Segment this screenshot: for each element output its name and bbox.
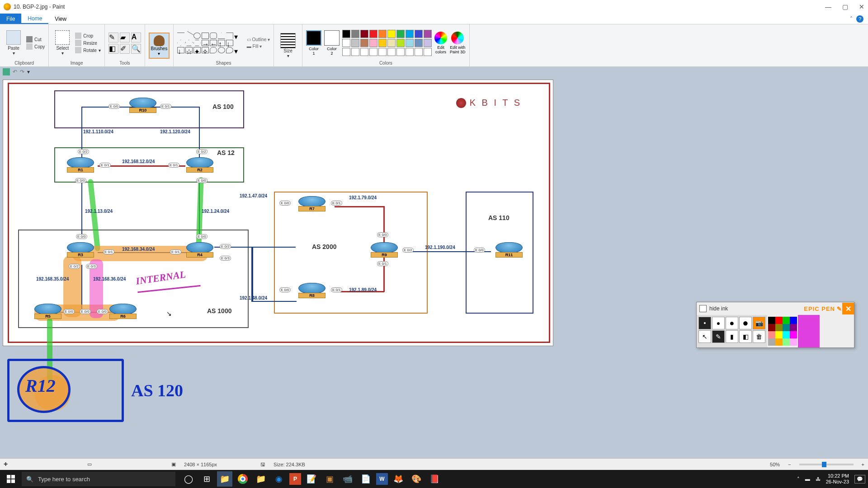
palette-custom-slot[interactable] xyxy=(387,48,396,56)
palette-color[interactable] xyxy=(406,30,414,38)
epic-current-color[interactable] xyxy=(798,315,820,347)
copy-button[interactable]: Copy xyxy=(26,43,45,50)
palette-custom-slot[interactable] xyxy=(396,48,405,56)
crop-button[interactable]: Crop xyxy=(75,33,100,39)
palette-color[interactable] xyxy=(369,39,377,47)
palette-color[interactable] xyxy=(415,30,423,38)
tray-notifications[interactable]: 💬 xyxy=(854,475,865,483)
canvas-area[interactable]: K B I T S AS 100 AS 12 AS 1000 AS 2000 A… xyxy=(0,77,868,474)
ep-screenshot[interactable]: 📷 xyxy=(753,317,765,329)
ep-pen[interactable]: ✎ xyxy=(712,330,725,343)
palette-color[interactable] xyxy=(378,30,387,38)
tab-view[interactable]: View xyxy=(48,14,73,24)
epic-color[interactable] xyxy=(783,317,790,324)
epic-color[interactable] xyxy=(775,331,783,338)
shape-fill[interactable]: ▬ Fill ▾ xyxy=(247,44,270,49)
epic-color[interactable] xyxy=(790,338,797,346)
minimize-button[interactable]: — xyxy=(825,3,831,10)
cut-button[interactable]: Cut xyxy=(26,36,45,42)
task-notepad[interactable]: 📄 xyxy=(358,471,373,487)
zoom-out[interactable]: − xyxy=(788,462,791,467)
color2-button[interactable]: Color 2 xyxy=(324,30,340,56)
epic-color[interactable] xyxy=(783,338,790,346)
start-button[interactable] xyxy=(0,470,22,488)
palette-color[interactable] xyxy=(342,39,350,47)
tool-text[interactable]: A xyxy=(131,33,141,42)
tray-network[interactable]: 🖧 xyxy=(816,476,821,482)
qat-customize[interactable]: ▾ xyxy=(27,69,30,75)
edit-colors-button[interactable]: Edit colors xyxy=(434,32,447,54)
shapes-gallery[interactable]: ▾ →←↑↓ ↓☆✦✧▾ xyxy=(177,33,241,53)
task-vm[interactable]: ▣ xyxy=(322,471,337,487)
palette-color[interactable] xyxy=(424,39,432,47)
zoom-in[interactable]: + xyxy=(862,462,864,467)
epic-color[interactable] xyxy=(768,317,775,324)
epic-color[interactable] xyxy=(768,338,775,346)
task-explorer[interactable]: 📁 xyxy=(217,471,232,487)
palette-custom-slot[interactable] xyxy=(369,48,377,56)
palette-custom-slot[interactable] xyxy=(424,48,432,56)
palette-color[interactable] xyxy=(387,39,396,47)
task-app-blue[interactable]: ◉ xyxy=(271,471,287,487)
epic-color[interactable] xyxy=(790,317,797,324)
palette-color[interactable] xyxy=(387,30,396,38)
tool-fill[interactable]: ▰ xyxy=(120,33,130,42)
task-files[interactable]: 📁 xyxy=(253,471,269,487)
paste-button[interactable]: Paste ▾ xyxy=(4,29,24,56)
palette-color[interactable] xyxy=(396,30,405,38)
epic-color[interactable] xyxy=(768,324,775,331)
palette-color[interactable] xyxy=(360,39,368,47)
rotate-button[interactable]: Rotate ▾ xyxy=(75,47,100,53)
task-powerpoint[interactable]: P xyxy=(289,473,301,485)
edit-3d-button[interactable]: Edit with Paint 3D xyxy=(450,32,466,54)
tray-battery[interactable]: ▬ xyxy=(805,476,810,482)
palette-color[interactable] xyxy=(415,39,423,47)
ep-size1[interactable]: • xyxy=(698,317,711,329)
qat-redo[interactable]: ↷ xyxy=(20,69,24,75)
task-chrome[interactable] xyxy=(235,471,250,487)
epic-hide-checkbox[interactable] xyxy=(699,305,707,312)
epic-color[interactable] xyxy=(790,324,797,331)
task-taskview[interactable]: ⊞ xyxy=(199,471,214,487)
qat-save[interactable] xyxy=(3,68,10,75)
ep-size2[interactable]: ● xyxy=(712,317,725,329)
ep-cursor[interactable]: ↖ xyxy=(698,330,711,343)
brushes-button[interactable]: Brushes▾ xyxy=(149,33,170,59)
help-icon[interactable]: ? xyxy=(856,15,863,23)
ep-size3[interactable]: ● xyxy=(726,317,738,329)
epic-color[interactable] xyxy=(768,331,775,338)
tool-pencil[interactable]: ✎ xyxy=(108,33,118,42)
epic-close[interactable]: ✕ xyxy=(842,303,854,314)
size-button[interactable]: Size▾ xyxy=(278,32,298,59)
color1-button[interactable]: Color 1 xyxy=(306,30,321,56)
ep-clear[interactable]: 🗑 xyxy=(753,330,765,343)
zoom-slider[interactable] xyxy=(799,464,854,465)
shape-outline[interactable]: ▭ Outline ▾ xyxy=(247,37,270,42)
palette-color[interactable] xyxy=(351,30,359,38)
ep-size4[interactable]: ● xyxy=(739,317,752,329)
tab-home[interactable]: Home xyxy=(21,14,48,24)
palette-color[interactable] xyxy=(406,39,414,47)
task-word[interactable]: W xyxy=(376,473,388,485)
select-button[interactable]: Select ▾ xyxy=(52,29,72,56)
task-firefox[interactable]: 🦊 xyxy=(391,471,406,487)
qat-undo[interactable]: ↶ xyxy=(13,69,17,75)
palette-color[interactable] xyxy=(342,30,350,38)
resize-button[interactable]: Resize xyxy=(75,40,100,46)
close-button[interactable]: ✕ xyxy=(859,3,864,10)
taskbar-search[interactable]: 🔍 Type here to search xyxy=(22,472,175,486)
tool-eraser[interactable]: ◧ xyxy=(108,44,118,54)
epic-color[interactable] xyxy=(783,324,790,331)
palette-color[interactable] xyxy=(351,39,359,47)
palette-custom-slot[interactable] xyxy=(342,48,350,56)
tray-chevron[interactable]: ˄ xyxy=(797,476,800,482)
epic-color[interactable] xyxy=(790,331,797,338)
palette-color[interactable] xyxy=(424,30,432,38)
ep-highlighter[interactable]: ▮ xyxy=(726,330,738,343)
palette-color[interactable] xyxy=(378,39,387,47)
tool-picker[interactable]: ✐ xyxy=(120,44,130,54)
epic-color[interactable] xyxy=(783,331,790,338)
palette-custom-slot[interactable] xyxy=(360,48,368,56)
palette-custom-slot[interactable] xyxy=(406,48,414,56)
palette-custom-slot[interactable] xyxy=(415,48,423,56)
